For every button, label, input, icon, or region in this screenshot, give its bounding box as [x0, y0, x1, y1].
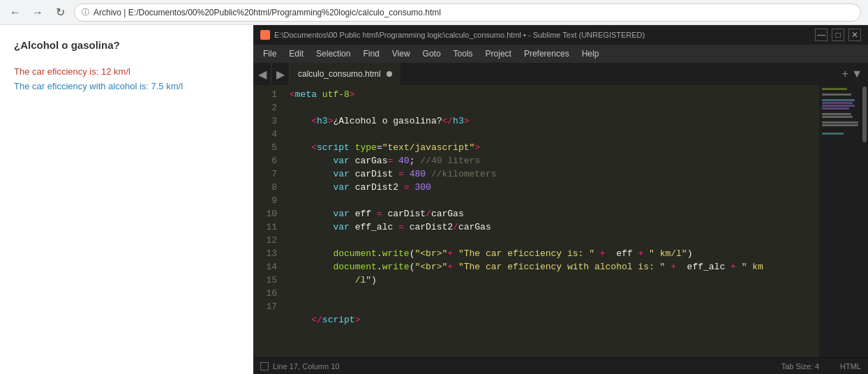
- line-num-2: 2: [271, 101, 277, 114]
- line-num-16: 16: [266, 287, 277, 300]
- address-bar[interactable]: ⓘ Archivo | E:/Documentos/00%20Public%20…: [74, 3, 861, 22]
- menu-view[interactable]: View: [387, 47, 416, 61]
- code-line-4: [290, 128, 819, 141]
- close-button[interactable]: ✕: [848, 29, 861, 41]
- line-num-13: 13: [266, 247, 277, 260]
- output-line-2: The car eficciency with alcohol is: 7.5 …: [14, 80, 241, 94]
- code-line-5: <script type="text/javascript">: [290, 141, 819, 154]
- sublime-statusbar: Line 17, Column 10 Tab Size: 4 HTML: [253, 357, 868, 374]
- line-num-6: 6: [271, 154, 277, 167]
- sublime-titlebar: E:\Documentos\00 Public html\Programming…: [253, 25, 868, 45]
- tab-modified-dot: [387, 71, 392, 77]
- sublime-icon: [260, 30, 270, 40]
- code-line-1: <meta utf-8>: [290, 88, 819, 101]
- code-content[interactable]: <meta utf-8> <h3>¿Alcohol o gasolina?</h…: [283, 85, 819, 357]
- code-line-6: var carGas= 40; //40 liters: [290, 154, 819, 167]
- line-num-7: 7: [271, 167, 277, 181]
- minimap-content: [819, 85, 861, 138]
- tab-size-label: Tab Size: 4: [781, 362, 819, 371]
- tab-next-button[interactable]: ▶: [271, 63, 290, 85]
- menu-help[interactable]: Help: [576, 47, 605, 61]
- webpage-output: The car eficciency is: 12 km/l The car e…: [14, 65, 241, 94]
- code-line-7: var carDist = 480 //kilometers: [290, 167, 819, 181]
- browser-chrome: ← → ↻ ⓘ Archivo | E:/Documentos/00%20Pub…: [0, 0, 868, 25]
- menu-goto[interactable]: Goto: [417, 47, 447, 61]
- sublime-window: E:\Documentos\00 Public html\Programming…: [253, 25, 868, 374]
- secure-icon: ⓘ: [82, 7, 89, 17]
- line-num-8: 8: [271, 181, 277, 194]
- minimap-line: [822, 116, 853, 118]
- code-line-14: document.write("<br>"+ "The car eficcien…: [290, 260, 819, 274]
- code-line-13: document.write("<br>"+ "The car eficcien…: [290, 247, 819, 260]
- code-line-12: [290, 234, 819, 247]
- minimize-button[interactable]: —: [815, 29, 828, 41]
- line-num-5: 5: [271, 141, 277, 154]
- line-num-14: 14: [266, 260, 277, 274]
- address-text: Archivo | E:/Documentos/00%20Public%20ht…: [93, 8, 441, 17]
- minimap-line: [822, 99, 855, 101]
- sublime-menubar: File Edit Selection Find View Goto Tools…: [253, 45, 868, 63]
- sublime-title-content: E:\Documentos\00 Public html\Programming…: [260, 30, 645, 40]
- menu-edit[interactable]: Edit: [283, 47, 309, 61]
- menu-tools[interactable]: Tools: [448, 47, 479, 61]
- sublime-tabbar: ◀ ▶ calculo_consumo.html + ▼: [253, 63, 868, 85]
- code-line-8: var carDist2 = 300: [290, 181, 819, 194]
- menu-project[interactable]: Project: [480, 47, 517, 61]
- maximize-button[interactable]: □: [832, 29, 844, 41]
- status-position: Line 17, Column 10: [273, 362, 339, 371]
- minimap-line: [822, 105, 855, 107]
- status-checkbox: [260, 362, 269, 371]
- minimap-line: [822, 88, 847, 90]
- line-num-12: 12: [266, 234, 277, 247]
- tab-calculo-consumo[interactable]: calculo_consumo.html: [290, 63, 401, 85]
- minimap-line: [822, 94, 851, 96]
- minimap-line: [822, 124, 858, 126]
- code-line-16: [290, 300, 819, 313]
- scrollbar-track[interactable]: [861, 85, 868, 357]
- reload-button[interactable]: ↻: [52, 4, 68, 21]
- sublime-editor: 1 2 3 4 5 6 7 8 9 10 11 12 13 14 15 16 1…: [253, 85, 868, 357]
- line-num-17: 17: [266, 300, 277, 313]
- line-num-11: 11: [266, 220, 277, 234]
- tab-label: calculo_consumo.html: [298, 69, 381, 79]
- line-num-3: 3: [271, 114, 277, 128]
- minimap-line: [822, 102, 853, 104]
- line-num-1: 1: [271, 88, 277, 101]
- line-num-9: 9: [271, 194, 277, 207]
- code-line-14-cont: /l"): [290, 274, 819, 287]
- language-label: HTML: [840, 362, 861, 371]
- line-num-15: 15: [266, 274, 277, 287]
- tab-add-button[interactable]: + ▼: [836, 63, 868, 85]
- line-numbers: 1 2 3 4 5 6 7 8 9 10 11 12 13 14 15 16 1…: [253, 85, 283, 357]
- minimap-line: [822, 113, 851, 115]
- menu-selection[interactable]: Selection: [310, 47, 356, 61]
- window-controls: — □ ✕: [815, 29, 861, 41]
- menu-file[interactable]: File: [257, 47, 282, 61]
- back-button[interactable]: ←: [7, 4, 24, 21]
- minimap-line: [822, 133, 844, 135]
- minimap-line: [822, 107, 849, 110]
- menu-find[interactable]: Find: [357, 47, 384, 61]
- code-line-2: [290, 101, 819, 114]
- minimap-line: [822, 121, 858, 124]
- code-line-10: var eff = carDist/carGas: [290, 207, 819, 220]
- line-num-10: 10: [266, 207, 277, 220]
- minimap: [819, 85, 861, 357]
- status-right: Tab Size: 4 HTML: [781, 362, 861, 371]
- code-line-9: [290, 194, 819, 207]
- code-line-15: [290, 287, 819, 300]
- output-line-1: The car eficciency is: 12 km/l: [14, 65, 241, 80]
- webpage-title: ¿Alcohol o gasolina?: [14, 39, 241, 51]
- forward-button[interactable]: →: [29, 4, 46, 21]
- line-num-4: 4: [271, 128, 277, 141]
- webpage-content: ¿Alcohol o gasolina? The car eficciency …: [0, 25, 255, 374]
- scrollbar-thumb[interactable]: [862, 87, 867, 142]
- tab-prev-button[interactable]: ◀: [253, 63, 271, 85]
- code-line-3: <h3>¿Alcohol o gasolina?</h3>: [290, 114, 819, 128]
- sublime-title-text: E:\Documentos\00 Public html\Programming…: [274, 31, 645, 39]
- code-line-17: </script>: [290, 313, 819, 327]
- code-line-11: var eff_alc = carDist2/carGas: [290, 220, 819, 234]
- menu-preferences[interactable]: Preferences: [518, 47, 575, 61]
